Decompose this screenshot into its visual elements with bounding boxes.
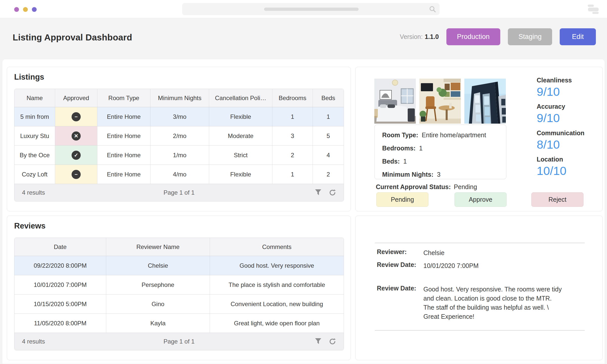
refresh-icon[interactable]	[329, 338, 336, 345]
current-approval-status: Current Approval Status:Pending	[376, 183, 477, 191]
window-dot-violet	[32, 7, 37, 12]
cell-room-type: Entire Home	[97, 146, 150, 165]
listing-detail-panel: Cleanliness 9/10 Accuracy 9/10 Communica…	[355, 67, 603, 211]
info-bedrooms: Bedrooms:1	[382, 145, 498, 152]
cell-reviewer: Chelsie	[106, 256, 210, 275]
table-row[interactable]: Luxury Stu ✕ Entire Home 2/mo Moderate 3…	[14, 126, 344, 146]
col-header-room-type[interactable]: Room Type	[97, 89, 150, 107]
reviews-panel: Reviews Date Reviewer Name Comments 09/2…	[7, 216, 351, 360]
cell-date: 09/22/2020 8:00PM	[14, 256, 106, 275]
col-header-name[interactable]: Name	[14, 89, 55, 107]
edit-button[interactable]: Edit	[560, 28, 596, 45]
listings-table: Name Approved Room Type Minimum Nights C…	[14, 89, 344, 201]
pending-button[interactable]: Pending	[376, 192, 428, 207]
col-header-reviewer-name[interactable]: Reviewer Name	[106, 238, 210, 256]
filter-icon[interactable]	[315, 338, 321, 345]
cell-name: Cozy Loft	[14, 165, 55, 184]
cell-reviewer: Kayla	[106, 314, 210, 333]
info-minimum-nights: Minimum Nights:3	[382, 171, 498, 178]
cell-minimum-nights: 2/mo	[150, 126, 209, 145]
cell-approved: −	[55, 107, 97, 126]
review-reviewer-field: Reviewer: Chelsie	[377, 248, 444, 257]
cell-bedrooms: 1	[272, 107, 313, 126]
cell-room-type: Entire Home	[97, 107, 150, 126]
cell-name: 5 min from	[14, 107, 55, 126]
table-row[interactable]: 11/05/2020 8:00PM Kayla Great light, wid…	[14, 314, 344, 333]
cell-beds: 2	[313, 165, 344, 184]
col-header-approved[interactable]: Approved	[55, 89, 97, 107]
rating-location: Location 10/10	[537, 156, 600, 177]
col-header-beds[interactable]: Beds	[313, 89, 344, 107]
status-value: Pending	[454, 183, 477, 190]
review-date-field: Review Date: 10/01/2020 7:00PM	[377, 261, 479, 270]
window-controls	[14, 7, 37, 12]
cell-reviewer: Persephone	[106, 275, 210, 294]
cell-approved: −	[55, 165, 97, 184]
cell-bedrooms: 1	[272, 165, 313, 184]
listings-header-row: Name Approved Room Type Minimum Nights C…	[14, 89, 344, 107]
table-row[interactable]: 09/22/2020 8:00PM Chelsie Good host. Ver…	[14, 256, 344, 275]
version-label: Version:	[400, 33, 423, 40]
col-header-comments[interactable]: Comments	[210, 238, 344, 256]
cell-name: By the Oce	[14, 146, 55, 165]
cell-date: 11/05/2020 8:00PM	[14, 314, 106, 333]
col-header-bedrooms[interactable]: Bedrooms	[272, 89, 313, 107]
cell-comments: Convenient Location, new building	[210, 294, 344, 313]
address-placeholder-bar	[264, 8, 359, 11]
window-dot-purple	[14, 7, 19, 12]
cell-beds: 1	[313, 107, 344, 126]
cell-comments: The place is stylish and comfortable	[210, 275, 344, 294]
table-row[interactable]: 10/01/2020 7:00PM Persephone The place i…	[14, 275, 344, 294]
staging-button[interactable]: Staging	[508, 28, 552, 45]
table-row[interactable]: 10/15/2020 5:00PM Gino Convenient Locati…	[14, 294, 344, 314]
browser-address-bar[interactable]	[182, 3, 440, 15]
cell-cancellation: Flexible	[209, 165, 272, 184]
listing-photo-bedroom	[374, 79, 416, 124]
col-header-cancellation[interactable]: Cancellation Poli…	[209, 89, 272, 107]
cell-date: 10/01/2020 7:00PM	[14, 275, 106, 294]
cell-minimum-nights: 4/mo	[150, 165, 209, 184]
col-header-minimum-nights[interactable]: Minimum Nights	[150, 89, 209, 107]
status-x-icon: ✕	[72, 131, 81, 141]
listing-photo-building	[464, 79, 506, 124]
search-icon	[429, 6, 436, 13]
page-title: Listing Approval Dashboard	[13, 32, 132, 42]
reviews-header-row: Date Reviewer Name Comments	[14, 238, 344, 256]
divider	[375, 243, 585, 243]
table-row[interactable]: By the Oce ✓ Entire Home 1/mo Strict 2 4	[14, 146, 344, 165]
table-row[interactable]: Cozy Loft − Entire Home 4/mo Flexible 1 …	[14, 165, 344, 184]
window-dot-yellow	[23, 7, 28, 12]
environment-controls: Version:1.1.0 Production Staging Edit	[400, 28, 596, 45]
rating-communication: Communication 8/10	[537, 129, 600, 151]
listings-title: Listings	[14, 73, 44, 82]
cell-bedrooms: 2	[272, 146, 313, 165]
rating-accuracy: Accuracy 9/10	[537, 103, 600, 124]
browser-topbar	[0, 0, 607, 18]
ratings-list: Cleanliness 9/10 Accuracy 9/10 Communica…	[537, 77, 600, 182]
rating-cleanliness: Cleanliness 9/10	[537, 77, 600, 98]
col-header-date[interactable]: Date	[14, 238, 106, 256]
cell-cancellation: Moderate	[209, 126, 272, 145]
reject-button[interactable]: Reject	[531, 192, 583, 207]
page-indicator: Page 1 of 1	[14, 338, 344, 345]
cell-cancellation: Flexible	[209, 107, 272, 126]
filter-icon[interactable]	[315, 189, 321, 196]
cell-cancellation: Strict	[209, 146, 272, 165]
listing-photos	[374, 79, 506, 124]
approve-button[interactable]: Approve	[454, 192, 507, 207]
table-row[interactable]: 5 min from − Entire Home 3/mo Flexible 1…	[14, 107, 344, 126]
production-button[interactable]: Production	[446, 28, 500, 45]
version-text: Version:1.1.0	[400, 33, 439, 40]
cell-minimum-nights: 1/mo	[150, 146, 209, 165]
listing-photo-living-room	[419, 79, 461, 124]
cell-reviewer: Gino	[106, 294, 210, 313]
cell-beds: 5	[313, 126, 344, 145]
cell-approved: ✓	[55, 146, 97, 165]
dashboard-container: Listings Name Approved Room Type Minimum…	[2, 59, 605, 364]
browser-menu-icon[interactable]	[588, 5, 599, 14]
cell-comments: Great light, wide open floor plan	[210, 314, 344, 333]
status-minus-icon: −	[72, 170, 81, 179]
cell-name: Luxury Stu	[14, 126, 55, 145]
status-minus-icon: −	[72, 112, 81, 121]
refresh-icon[interactable]	[329, 189, 336, 196]
